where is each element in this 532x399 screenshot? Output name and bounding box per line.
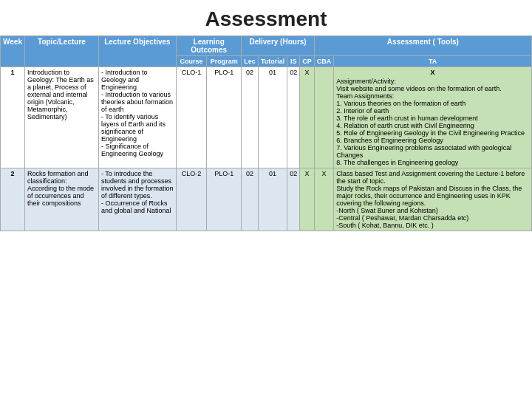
cell-lec: 02 [242,67,259,168]
col-header-cba: CBA [314,56,334,67]
col-header-lec: Lec [242,56,259,67]
cell-is: 02 [287,168,300,231]
page-title: Assessment [0,0,532,35]
cell-lecture: - Introduction to Geology and Engineerin… [98,67,176,168]
cell-lecture: - To introduce the students and processe… [98,168,176,231]
cell-tutorial: 01 [258,67,287,168]
cell-lec: 02 [242,168,259,231]
col-header-learning: Learning Outcomes [176,36,241,56]
cell-cba: X [314,168,334,231]
col-header-is: IS [287,56,300,67]
table-row: 2Rocks formation and classification: Acc… [1,168,532,231]
cell-is: 02 [287,67,300,168]
cell-ta: Class based Test and Assignment covering… [334,168,532,231]
col-header-ta: TA [334,56,532,67]
col-header-cp: CP [300,56,315,67]
col-header-tutorial: Tutorial [258,56,287,67]
cell-course: CLO-2 [176,168,206,231]
col-header-assessment: Assessment ( Tools) [314,36,531,56]
cell-program: PLO-1 [206,67,241,168]
table-row: 1Introduction to Geology: The Earth as a… [1,67,532,168]
cell-topic: Introduction to Geology: The Earth as a … [24,67,98,168]
cell-ta: XAssignment/Activity:Visit website and s… [334,67,532,168]
col-header-topic: Topic/Lecture [24,36,98,67]
cell-week: 1 [1,67,25,168]
cell-week: 2 [1,168,25,231]
col-header-course: Course [176,56,206,67]
col-header-delivery: Delivery (Hours) [242,36,314,56]
cell-cp: X [300,168,315,231]
col-header-lecture: Lecture Objectives [98,36,176,67]
col-header-week: Week [1,36,25,67]
col-header-program: Program [206,56,241,67]
cell-cba [314,67,334,168]
cell-program: PLO-1 [206,168,241,231]
cell-cp: X [300,67,315,168]
cell-course: CLO-1 [176,67,206,168]
cell-tutorial: 01 [258,168,287,231]
cell-topic: Rocks formation and classification: Acco… [24,168,98,231]
